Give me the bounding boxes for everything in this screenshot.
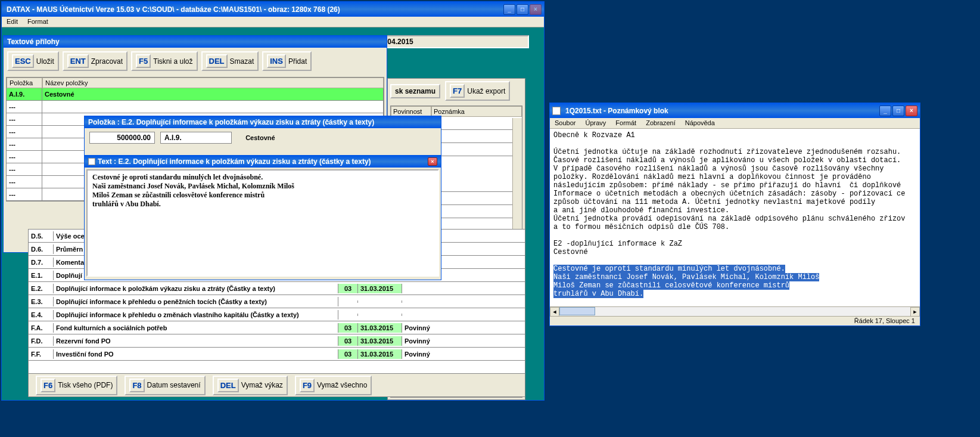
cell-polozka: ---	[7, 176, 42, 188]
cell-polozka: A.I.9.	[7, 88, 42, 100]
notepad-menubar: Soubor Úpravy Formát Zobrazení Nápověda	[550, 118, 920, 129]
scroll-right-icon[interactable]: ►	[910, 307, 920, 317]
col-nazev[interactable]: Název položky	[42, 78, 384, 88]
f7-ukaz-export-button[interactable]: F7Ukaž export	[445, 81, 510, 101]
cell-polozka: ---	[7, 113, 42, 125]
main-title: DATAX - MAUS Účetnictví Verze 15.03 v C:…	[4, 5, 503, 14]
f5-tisk-button[interactable]: F5Tiskni a ulož	[131, 51, 197, 71]
np-line: Účetní jednotka účtuje na základě rozhod…	[553, 148, 916, 156]
main-window: DATAX - MAUS Účetnictví Verze 15.03 v C:…	[1, 1, 545, 401]
np-maximize-button[interactable]: □	[892, 106, 904, 116]
np-menu-napoveda[interactable]: Nápověda	[680, 118, 720, 128]
np-line	[553, 140, 916, 148]
np-line: V případě časového rozlišení nákladů a v…	[553, 165, 916, 173]
cell-polozka: ---	[7, 163, 42, 175]
notepad-textarea[interactable]: Obecně k Rozvaze A1 Účetní jednotka účtu…	[550, 129, 920, 315]
np-line-selected: Cestovné je oproti standardu minulých le…	[553, 265, 916, 273]
notepad-icon	[552, 107, 561, 115]
polozka-name: Cestovné	[245, 134, 275, 141]
text-line: Miloš Zeman se zůčastnili celosvětové ko…	[92, 191, 433, 200]
cell-polozka: ---	[7, 188, 42, 200]
del-smazat-button[interactable]: DELSmazat	[201, 51, 259, 71]
bottom-row[interactable]: F.A.Fond kulturních a sociálních potřeb0…	[29, 321, 525, 334]
document-icon	[88, 158, 95, 165]
ins-pridat-button[interactable]: INSPřidat	[262, 51, 312, 71]
notepad-window: 1Q2015.txt - Poznámkový blok _ □ × Soubo…	[549, 103, 920, 326]
cell-polozka: ---	[7, 151, 42, 163]
np-line-selected: Naši zaměstnanci Josef Novák, Pavlásek M…	[553, 273, 916, 281]
np-line-selected: Miloš Zeman se zůčastnili celosvětové ko…	[553, 281, 916, 290]
polozka-amount[interactable]: 500000.00	[89, 132, 155, 144]
main-titlebar[interactable]: DATAX - MAUS Účetnictví Verze 15.03 v C:…	[2, 2, 544, 17]
notepad-hscrollbar[interactable]: ◄ ►	[550, 306, 920, 316]
np-line: Obecně k Rozvaze A1	[553, 131, 916, 140]
np-line: Účetní jednotka provádí odepisování na z…	[553, 215, 916, 223]
bottom-row[interactable]: F.F.Investiční fond PO0331.03.2015Povinn…	[29, 348, 525, 361]
notepad-cursor-position: Řádek 17, Sloupec 1	[854, 317, 915, 325]
prilohy-row[interactable]: A.I.9.Cestovné	[7, 88, 384, 101]
workspace: Středa 08.04.2015 Textové přílohy ESCUlo…	[2, 27, 544, 400]
maximize-button[interactable]: □	[517, 4, 528, 15]
np-line: Cestovné	[553, 248, 916, 256]
bottom-toolbar: F6Tisk všeho (PDF) F8Datum sestavení DEL…	[28, 373, 525, 397]
ent-zpracovat-button[interactable]: ENTZpracovat	[63, 51, 127, 71]
col-poznamka[interactable]: Poznámka	[431, 106, 522, 117]
f8-datum-button[interactable]: F8Datum sestavení	[125, 376, 205, 395]
np-minimize-button[interactable]: _	[879, 106, 891, 116]
menu-edit[interactable]: Edit	[2, 17, 23, 27]
bottom-row[interactable]: E.3.Doplňující informace k přehledu o pe…	[29, 295, 525, 308]
np-line: a to formou měsíčních odpisů dle ČÚS 708…	[553, 223, 916, 231]
np-line: Časové rozlišení nákladů a výnosů je apl…	[553, 156, 916, 165]
prilohy-row[interactable]: ---	[7, 101, 384, 113]
np-line: E2 -doplňující informace k ZaZ	[553, 240, 916, 248]
prilohy-toolbar: ESCUložit ENTZpracovat F5Tiskni a ulož D…	[4, 48, 387, 75]
notepad-titlebar[interactable]: 1Q2015.txt - Poznámkový blok _ □ ×	[550, 103, 920, 118]
polozka-title[interactable]: Položka : E.2. Doplňující informace k po…	[85, 116, 441, 128]
np-close-button[interactable]: ×	[906, 106, 917, 116]
prilohy-title[interactable]: Textové přílohy	[4, 36, 387, 48]
np-line: a ani jiné dlouhodobé finanční investice…	[553, 206, 916, 215]
text-line: Cestovné je oproti standardu minulých le…	[92, 173, 433, 182]
minimize-button[interactable]: _	[503, 4, 515, 15]
np-menu-soubor[interactable]: Soubor	[550, 118, 580, 128]
np-line	[553, 231, 916, 240]
bottom-row[interactable]: E.4.Doplňující informace k přehledu o zm…	[29, 308, 525, 321]
close-button[interactable]: ×	[530, 4, 542, 15]
cell-nazev	[42, 101, 384, 113]
f6-tisk-pdf-button[interactable]: F6Tisk všeho (PDF)	[36, 376, 117, 395]
cell-polozka: ---	[7, 126, 42, 138]
np-menu-zobrazeni[interactable]: Zobrazení	[641, 118, 680, 128]
esc-ulozit-button[interactable]: ESCUložit	[7, 51, 59, 71]
np-menu-upravy[interactable]: Úpravy	[580, 118, 611, 128]
text-title[interactable]: Text : E.2. Doplňující informace k polož…	[85, 156, 441, 168]
sk-seznamu-button[interactable]: sk seznamu	[390, 84, 440, 98]
text-line: Naši zaměstnanci Josef Novák, Pavlásek M…	[92, 182, 433, 191]
np-line	[553, 256, 916, 265]
text-line: truhlářů v Abu Dhabí.	[92, 200, 433, 209]
text-window: Text : E.2. Doplňující informace k polož…	[84, 155, 441, 280]
polozka-code[interactable]: A.I.9.	[160, 132, 232, 144]
del-vymaz-vykaz-button[interactable]: DELVymaž výkaz	[213, 376, 288, 395]
cell-polozka: ---	[7, 101, 42, 113]
cell-nazev: Cestovné	[42, 88, 384, 100]
text-editor[interactable]: Cestovné je oproti standardu minulých le…	[86, 169, 439, 277]
notepad-title: 1Q2015.txt - Poznámkový blok	[563, 107, 879, 115]
menu-format[interactable]: Format	[23, 17, 53, 27]
np-line: položky. Rozdělování nákladů mezi hlavní…	[553, 173, 916, 181]
np-line: následujícím způsobem: přímé náklady - s…	[553, 181, 916, 190]
np-line-selected: truhlářů v Abu Dhabí.	[553, 290, 916, 298]
notepad-statusbar: Řádek 17, Sloupec 1	[550, 316, 920, 326]
bottom-row[interactable]: E.2.Doplňující informace k položkám výka…	[29, 282, 525, 295]
np-line: způsob účtování na 111 metoda A. Účetní …	[553, 198, 916, 206]
bottom-row[interactable]: F.D.Rezervní fond PO0331.03.2015Povinný	[29, 334, 525, 348]
scroll-thumb[interactable]	[559, 307, 595, 315]
scroll-left-icon[interactable]: ◄	[550, 307, 559, 317]
col-polozka[interactable]: Položka	[7, 78, 42, 88]
f9-vymaz-vsechno-button[interactable]: F9Vymaž všechno	[295, 376, 372, 395]
main-menubar: Edit Format	[2, 17, 544, 27]
cell-polozka: ---	[7, 138, 42, 150]
text-close-button[interactable]: ×	[428, 157, 437, 166]
np-menu-format[interactable]: Formát	[611, 118, 641, 128]
np-line: Informace o účetních metodách a obecných…	[553, 190, 916, 198]
